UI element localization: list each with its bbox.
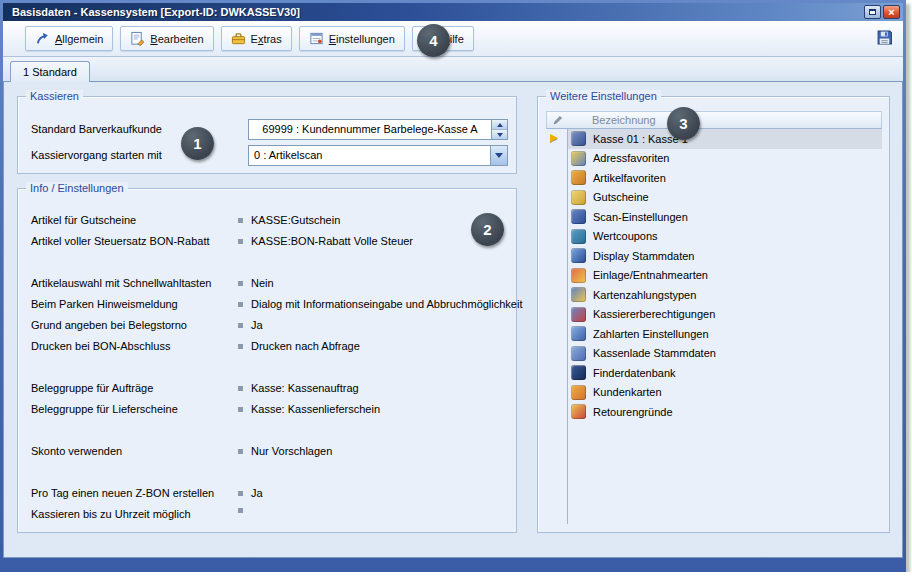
toolbox-icon bbox=[231, 31, 246, 46]
kassiervorgang-label: Kassiervorgang starten mit bbox=[31, 149, 162, 161]
list-item-display-stammdaten[interactable]: Display Stammdaten bbox=[568, 246, 882, 266]
einstellungen-label: Einstellungen bbox=[329, 33, 395, 45]
info-label: Artikel voller Steuersatz BON-Rabatt bbox=[31, 235, 210, 247]
list-item-einlage-entnahmearten[interactable]: Einlage/Entnahmearten bbox=[568, 266, 882, 286]
info-row: Kassieren bis zu Uhrzeit möglich bbox=[18, 504, 516, 525]
kassiervorgang-value: 0 : Artikelscan bbox=[249, 146, 490, 165]
list-item-kundenkarten[interactable]: Kundenkarten bbox=[568, 383, 882, 403]
list-item-label: Kundenkarten bbox=[593, 386, 662, 398]
close-icon: × bbox=[888, 7, 894, 18]
info-row: Grund angeben bei Belegstorno Ja bbox=[18, 315, 516, 336]
edit-icon bbox=[130, 31, 145, 46]
list-item-label: Wertcoupons bbox=[593, 230, 658, 242]
callout-3: 3 bbox=[667, 107, 700, 140]
info-label: Beleggruppe für Aufträge bbox=[31, 382, 153, 394]
info-row: Skonto verwenden Nur Vorschlagen bbox=[18, 441, 516, 462]
weitere-group-title: Weitere Einstellungen bbox=[546, 90, 661, 103]
adressfavoriten-icon bbox=[571, 151, 586, 166]
info-value: Ja bbox=[251, 487, 263, 499]
bullet-icon bbox=[238, 491, 243, 496]
bullet-icon bbox=[238, 508, 243, 513]
list-item-artikelfavoriten[interactable]: Artikelfavoriten bbox=[568, 168, 882, 188]
kassiervorgang-dropdown[interactable]: 0 : Artikelscan bbox=[248, 145, 508, 166]
list-item-label: Artikelfavoriten bbox=[593, 172, 666, 184]
info-value: KASSE:Gutschein bbox=[251, 214, 340, 226]
list-item-label: Zahlarten Einstellungen bbox=[593, 328, 709, 340]
list-item-retourengruende[interactable]: Retourengründe bbox=[568, 402, 882, 422]
info-value: Dialog mit Informationseingabe und Abbru… bbox=[251, 298, 523, 310]
bullet-icon bbox=[238, 302, 243, 307]
list-item-label: Gutscheine bbox=[593, 191, 649, 203]
tab-standard[interactable]: 1 Standard bbox=[10, 61, 90, 82]
info-label: Drucken bei BON-Abschluss bbox=[31, 340, 170, 352]
kartenzahlung-icon bbox=[571, 287, 586, 302]
save-button[interactable] bbox=[874, 27, 895, 50]
list-item-label: Adressfavoriten bbox=[593, 152, 669, 164]
info-value: Kasse: Kassenlieferschein bbox=[251, 403, 380, 415]
info-row: Artikel voller Steuersatz BON-Rabatt KAS… bbox=[18, 231, 516, 252]
gutscheine-icon bbox=[571, 190, 586, 205]
list-item-finderdatenbank[interactable]: Finderdatenbank bbox=[568, 363, 882, 383]
info-label: Grund angeben bei Belegstorno bbox=[31, 319, 187, 331]
allgemein-label: Allgemein bbox=[55, 33, 103, 45]
list-item-label: Display Stammdaten bbox=[593, 250, 695, 262]
weitere-einstellungen-group: Weitere Einstellungen Bezeichnung Kasse … bbox=[537, 96, 890, 533]
list-item-zahlarten-einstellungen[interactable]: Zahlarten Einstellungen bbox=[568, 324, 882, 344]
info-value: Nur Vorschlagen bbox=[251, 445, 332, 457]
info-row: Artikelauswahl mit Schnellwahltasten Nei… bbox=[18, 273, 516, 294]
toolbar: Allgemein Bearbeiten Extras Einstellunge… bbox=[3, 21, 903, 57]
maximize-button[interactable] bbox=[864, 5, 881, 19]
list-item-kasse[interactable]: Kasse 01 : Kasse 1 bbox=[568, 129, 882, 149]
einstellungen-button[interactable]: Einstellungen bbox=[299, 26, 405, 51]
spinner-buttons bbox=[491, 120, 507, 139]
dropdown-arrow-button[interactable] bbox=[490, 146, 507, 165]
info-label: Pro Tag einen neuen Z-BON erstellen bbox=[31, 487, 214, 499]
settings-icon bbox=[309, 31, 324, 46]
list-item-kassenlade-stammdaten[interactable]: Kassenlade Stammdaten bbox=[568, 344, 882, 364]
list-item-label: Finderdatenbank bbox=[593, 367, 676, 379]
content-panel: Kassieren Standard Barverkaufkunde 69999… bbox=[3, 81, 903, 558]
list-item-gutscheine[interactable]: Gutscheine bbox=[568, 188, 882, 208]
save-icon bbox=[876, 29, 893, 48]
current-row-arrow-icon bbox=[550, 134, 558, 142]
info-label: Artikel für Gutscheine bbox=[31, 214, 136, 226]
row-indicator-header bbox=[547, 112, 568, 128]
close-button[interactable]: × bbox=[883, 5, 900, 19]
callout-1: 1 bbox=[181, 127, 214, 160]
list-item-kassiererberechtigungen[interactable]: Kassiererberechtigungen bbox=[568, 305, 882, 325]
artikelfavoriten-icon bbox=[571, 170, 586, 185]
edit-pencil-icon bbox=[553, 115, 563, 125]
info-value: Nein bbox=[251, 277, 274, 289]
bullet-icon bbox=[238, 323, 243, 328]
column-header-bezeichnung[interactable]: Bezeichnung bbox=[568, 114, 656, 126]
info-row: Beleggruppe für Aufträge Kasse: Kassenau… bbox=[18, 378, 516, 399]
list-item-scan-einstellungen[interactable]: Scan-Einstellungen bbox=[568, 207, 882, 227]
callout-4: 4 bbox=[417, 24, 450, 57]
spinner-down-button[interactable] bbox=[492, 129, 507, 139]
list-item-label: Kassenlade Stammdaten bbox=[593, 347, 716, 359]
window-title: Basisdaten - Kassensystem [Export-ID: DW… bbox=[12, 6, 862, 18]
chevron-down-icon bbox=[495, 153, 503, 158]
kundenkarten-icon bbox=[571, 385, 586, 400]
zahlarten-icon bbox=[571, 326, 586, 341]
info-group: Info / Einstellungen Artikel für Gutsche… bbox=[17, 188, 517, 533]
info-value: Kasse: Kassenauftrag bbox=[251, 382, 359, 394]
extras-button[interactable]: Extras bbox=[221, 26, 292, 51]
chevron-down-icon bbox=[497, 133, 503, 137]
list-item-kartenzahlungstypen[interactable]: Kartenzahlungstypen bbox=[568, 285, 882, 305]
grid-header[interactable]: Bezeichnung bbox=[546, 111, 882, 129]
list-item-wertcoupons[interactable]: Wertcoupons bbox=[568, 227, 882, 247]
barverkaufkunde-spinner[interactable]: 69999 : Kundennummer Barbelege-Kasse A bbox=[248, 119, 508, 140]
info-label: Beleggruppe für Lieferscheine bbox=[31, 403, 178, 415]
scan-icon bbox=[571, 209, 586, 224]
barverkaufkunde-label: Standard Barverkaufkunde bbox=[31, 123, 162, 135]
maximize-icon bbox=[869, 9, 876, 15]
title-bar: Basisdaten - Kassensystem [Export-ID: DW… bbox=[3, 3, 903, 21]
chevron-up-icon bbox=[497, 123, 503, 127]
allgemein-button[interactable]: Allgemein bbox=[25, 26, 113, 51]
bearbeiten-button[interactable]: Bearbeiten bbox=[120, 26, 213, 51]
spinner-up-button[interactable] bbox=[492, 120, 507, 129]
list-item-adressfavoriten[interactable]: Adressfavoriten bbox=[568, 149, 882, 169]
kasse-icon bbox=[571, 131, 586, 146]
bearbeiten-label: Bearbeiten bbox=[150, 33, 203, 45]
